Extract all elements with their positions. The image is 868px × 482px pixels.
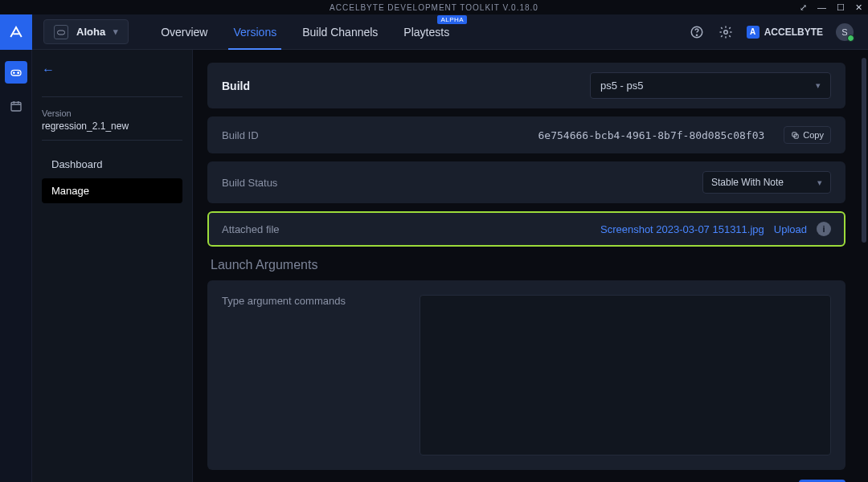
launch-arguments-title: Launch Arguments xyxy=(211,258,845,272)
svg-rect-3 xyxy=(58,31,65,35)
settings-icon[interactable] xyxy=(718,24,734,40)
alpha-badge: ALPHA xyxy=(437,15,467,24)
brand-label: A ACCELBYTE xyxy=(747,26,823,39)
version-label: Version xyxy=(42,108,182,118)
topbar: Aloha ▾ Overview Versions Build Channels… xyxy=(32,14,868,50)
window-close-icon[interactable]: ✕ xyxy=(855,2,863,13)
build-status-label: Build Status xyxy=(222,177,415,189)
svg-point-6 xyxy=(723,30,727,34)
chevron-down-icon: ▾ xyxy=(817,178,822,188)
tab-versions[interactable]: Versions xyxy=(220,14,289,49)
copy-icon xyxy=(791,131,800,140)
svg-rect-2 xyxy=(11,102,21,111)
launch-args-placeholder: Type argument commands xyxy=(222,295,407,455)
namespace-label: Aloha xyxy=(76,26,105,38)
window-minimize-icon[interactable]: — xyxy=(817,2,827,12)
chevron-down-icon: ▾ xyxy=(113,27,118,37)
namespace-selector[interactable]: Aloha ▾ xyxy=(43,19,129,44)
tab-playtests[interactable]: Playtests ALPHA xyxy=(391,14,462,49)
build-status-select[interactable]: Stable With Note ▾ xyxy=(702,171,831,194)
svg-point-1 xyxy=(17,72,18,74)
svg-point-5 xyxy=(696,35,697,35)
sidebar-item-dashboard[interactable]: Dashboard xyxy=(42,152,182,177)
chevron-down-icon: ▾ xyxy=(816,80,821,91)
info-icon[interactable]: i xyxy=(817,222,831,236)
window-expand-icon[interactable]: ⤢ xyxy=(800,2,808,13)
help-icon[interactable] xyxy=(689,24,705,40)
content: Build ps5 - ps5 ▾ Build ID 6e754666-bcb4… xyxy=(193,50,868,482)
attached-file-label: Attached file xyxy=(222,223,415,235)
rail-item-game[interactable] xyxy=(5,61,27,84)
rail-item-calendar[interactable] xyxy=(5,95,27,117)
build-id-label: Build ID xyxy=(222,129,415,141)
scrollbar[interactable] xyxy=(862,58,866,243)
build-select[interactable]: ps5 - ps5 ▾ xyxy=(590,72,831,99)
svg-rect-0 xyxy=(11,70,21,76)
attached-file-link[interactable]: Screenshot 2023-03-07 151311.jpg xyxy=(600,223,764,235)
left-rail xyxy=(0,14,32,482)
version-name: regression_2.1_new xyxy=(42,120,182,132)
app-logo[interactable] xyxy=(0,14,32,50)
upload-button[interactable]: Upload xyxy=(774,223,807,235)
sidebar-item-manage[interactable]: Manage xyxy=(42,178,182,203)
build-label: Build xyxy=(222,80,415,92)
window-maximize-icon[interactable]: ☐ xyxy=(837,2,845,13)
tab-overview[interactable]: Overview xyxy=(148,14,220,49)
launch-args-input[interactable] xyxy=(420,295,831,455)
divider xyxy=(42,96,182,97)
build-row: Build ps5 - ps5 ▾ xyxy=(207,63,845,108)
sidebar: ← Version regression_2.1_new Dashboard M… xyxy=(32,50,193,482)
launch-arguments-panel: Type argument commands xyxy=(207,280,845,470)
window-title: ACCELBYTE DEVELOPMENT TOOLKIT V.0.18.0 xyxy=(330,3,538,12)
attached-file-row: Attached file Screenshot 2023-03-07 1513… xyxy=(207,211,845,247)
build-id-row: Build ID 6e754666-bcb4-4961-8b7f-80d085c… xyxy=(207,116,845,153)
brand-logo-icon: A xyxy=(747,26,760,39)
user-avatar[interactable]: S xyxy=(836,23,854,41)
build-id-value: 6e754666-bcb4-4961-8b7f-80d085c08f03 xyxy=(538,129,765,141)
build-status-row: Build Status Stable With Note ▾ xyxy=(207,161,845,203)
divider xyxy=(42,140,182,141)
tab-build-channels[interactable]: Build Channels xyxy=(289,14,391,49)
gamepad-icon xyxy=(54,25,68,39)
copy-button[interactable]: Copy xyxy=(784,126,831,144)
back-button[interactable]: ← xyxy=(42,63,55,77)
